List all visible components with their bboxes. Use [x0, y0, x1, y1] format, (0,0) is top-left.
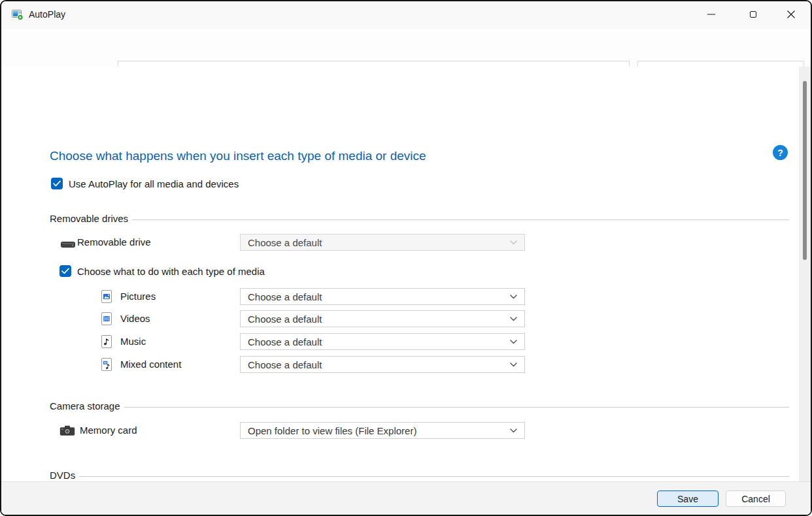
autoplay-app-icon [12, 9, 24, 20]
help-button[interactable]: ? [773, 145, 788, 160]
removable-drive-icon [61, 239, 75, 251]
mixed-content-file-icon [101, 358, 112, 374]
media-types-checkbox[interactable] [59, 265, 71, 277]
chevron-down-icon [510, 317, 517, 321]
videos-dropdown[interactable]: Choose a default [240, 310, 525, 327]
check-icon [61, 268, 69, 274]
use-autoplay-label: Use AutoPlay for all media and devices [69, 178, 239, 189]
chevron-down-icon [510, 295, 517, 299]
pictures-row: Pictures Choose a default [1, 288, 789, 305]
dropdown-value: Open folder to view files (File Explorer… [248, 425, 416, 436]
media-types-label: Choose what to do with each type of medi… [77, 266, 265, 277]
section-divider [124, 407, 789, 408]
cancel-button[interactable]: Cancel [726, 491, 786, 507]
removable-drive-row: Removable drive Choose a default [1, 234, 789, 251]
music-row: Music Choose a default [1, 333, 789, 350]
music-dropdown[interactable]: Choose a default [240, 333, 525, 350]
dropdown-value: Choose a default [248, 237, 322, 248]
section-title: Removable drives [50, 213, 128, 224]
page-title: Choose what happens when you insert each… [50, 149, 426, 163]
section-removable-drives: Removable drives [50, 213, 789, 224]
media-types-row: Choose what to do with each type of medi… [59, 265, 265, 277]
mixed-content-row: Mixed content Choose a default [1, 356, 789, 373]
section-divider [132, 219, 789, 220]
pictures-dropdown[interactable]: Choose a default [240, 288, 525, 305]
memory-card-label: Memory card [80, 422, 137, 439]
videos-label: Videos [120, 310, 150, 327]
mixed-content-label: Mixed content [120, 356, 181, 373]
music-file-icon [101, 335, 112, 351]
chevron-down-icon [510, 240, 517, 245]
save-button[interactable]: Save [657, 491, 719, 507]
window-title: AutoPlay [29, 9, 65, 20]
use-autoplay-checkbox[interactable] [51, 178, 63, 189]
minimize-icon [707, 14, 715, 15]
pictures-label: Pictures [120, 288, 156, 305]
section-title: Camera storage [50, 400, 120, 411]
close-button[interactable] [776, 1, 806, 27]
maximize-icon [750, 11, 756, 18]
vertical-scrollbar-thumb[interactable] [803, 81, 807, 260]
vertical-scrollbar-track[interactable] [799, 67, 811, 481]
music-label: Music [120, 333, 146, 350]
navigation-bar: › Control Panel › All Control Panel Item… [1, 29, 811, 67]
section-title: DVDs [50, 470, 75, 481]
autoplay-window: AutoPlay [0, 0, 812, 516]
memory-card-dropdown[interactable]: Open folder to view files (File Explorer… [240, 422, 525, 439]
dropdown-value: Choose a default [248, 291, 322, 302]
section-dvds: DVDs [50, 470, 789, 481]
removable-drive-dropdown: Choose a default [240, 234, 525, 251]
section-camera-storage: Camera storage [50, 400, 789, 411]
picture-file-icon [101, 290, 112, 306]
minimize-button[interactable] [696, 1, 726, 27]
check-icon [53, 180, 61, 187]
use-autoplay-row: Use AutoPlay for all media and devices [51, 178, 239, 189]
chevron-down-icon [510, 340, 517, 344]
close-icon [787, 10, 795, 18]
section-divider [79, 476, 789, 477]
dropdown-value: Choose a default [248, 314, 322, 325]
mixed-content-dropdown[interactable]: Choose a default [240, 356, 525, 373]
video-file-icon [101, 312, 112, 328]
camera-icon [59, 425, 75, 439]
chevron-down-icon [510, 428, 517, 433]
chevron-down-icon [510, 363, 517, 367]
videos-row: Videos Choose a default [1, 310, 789, 327]
dropdown-value: Choose a default [248, 336, 322, 347]
help-icon: ? [777, 148, 783, 158]
maximize-button[interactable] [738, 1, 768, 27]
content-area: Choose what happens when you insert each… [1, 67, 811, 515]
removable-drive-label: Removable drive [77, 234, 151, 251]
dropdown-value: Choose a default [248, 359, 322, 370]
footer-bar: Save Cancel [1, 481, 811, 516]
titlebar: AutoPlay [1, 1, 811, 29]
memory-card-row: Memory card Open folder to view files (F… [1, 422, 789, 439]
